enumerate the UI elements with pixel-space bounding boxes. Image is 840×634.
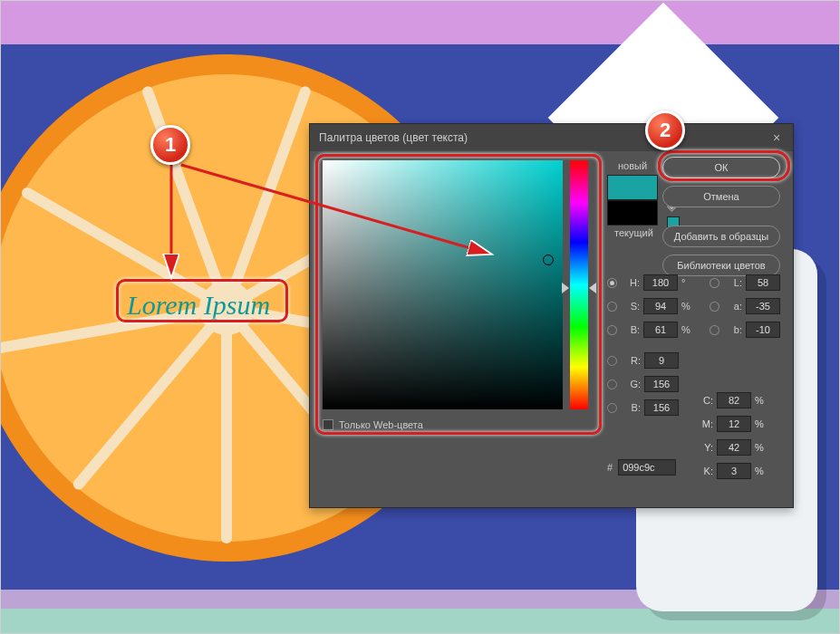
web-colors-only-checkbox[interactable]: Только Web-цвета bbox=[323, 419, 423, 430]
color-picker-ring bbox=[543, 255, 554, 265]
color-picker-dialog: Палитра цветов (цвет текста) × Только We… bbox=[309, 123, 794, 508]
radio-a[interactable] bbox=[710, 302, 719, 312]
hash-icon: # bbox=[607, 462, 613, 473]
hue-indicator-left-icon bbox=[562, 283, 569, 293]
g-input[interactable] bbox=[644, 376, 679, 392]
m-input[interactable] bbox=[717, 416, 751, 432]
l-input[interactable] bbox=[746, 274, 780, 291]
sample-text-layer[interactable]: Lorem Ipsum bbox=[127, 290, 270, 321]
dialog-title: Палитра цветов (цвет текста) bbox=[319, 131, 468, 144]
k-input[interactable] bbox=[717, 463, 751, 479]
swatch-new[interactable] bbox=[607, 175, 658, 200]
radio-h[interactable] bbox=[607, 278, 617, 288]
a-input[interactable] bbox=[746, 298, 780, 314]
b-unit: % bbox=[681, 324, 694, 335]
dialog-titlebar[interactable]: Палитра цветов (цвет текста) × bbox=[310, 124, 793, 151]
hex-field: # bbox=[607, 459, 676, 476]
cancel-button[interactable]: Отмена bbox=[662, 186, 780, 207]
color-field[interactable] bbox=[323, 160, 563, 409]
hex-input[interactable] bbox=[618, 459, 676, 476]
b-rgb-input[interactable] bbox=[644, 399, 679, 416]
hue-indicator-right-icon bbox=[589, 283, 596, 293]
y-input[interactable] bbox=[717, 439, 751, 456]
h-input[interactable] bbox=[643, 274, 678, 291]
swatch-current-label: текущий bbox=[614, 227, 658, 238]
radio-r[interactable] bbox=[607, 356, 617, 366]
b-lab-input[interactable] bbox=[746, 322, 780, 338]
close-icon[interactable]: × bbox=[769, 130, 784, 145]
radio-b-rgb[interactable] bbox=[607, 403, 617, 413]
h-unit: ° bbox=[681, 277, 694, 288]
r-input[interactable] bbox=[644, 352, 679, 369]
radio-s[interactable] bbox=[607, 302, 617, 312]
s-input[interactable] bbox=[643, 298, 678, 314]
radio-b-lab[interactable] bbox=[710, 325, 719, 335]
hue-slider[interactable] bbox=[570, 160, 588, 409]
ok-button[interactable]: ОК bbox=[662, 157, 780, 178]
c-input[interactable] bbox=[717, 392, 751, 408]
swatch-current[interactable] bbox=[607, 200, 658, 226]
b-hsb-input[interactable] bbox=[643, 322, 678, 338]
radio-g[interactable] bbox=[607, 379, 617, 389]
color-swatches: новый текущий bbox=[607, 160, 658, 242]
radio-l[interactable] bbox=[710, 278, 719, 288]
web-colors-only-input[interactable] bbox=[323, 419, 333, 430]
web-colors-only-label: Только Web-цвета bbox=[339, 419, 423, 430]
swatch-new-label: новый bbox=[618, 160, 658, 171]
add-to-swatches-button[interactable]: Добавить в образцы bbox=[662, 226, 780, 247]
s-unit: % bbox=[681, 301, 694, 312]
radio-b-hsb[interactable] bbox=[607, 325, 617, 335]
cmyk-fields: C:% M:% Y:% K:% bbox=[699, 389, 780, 483]
